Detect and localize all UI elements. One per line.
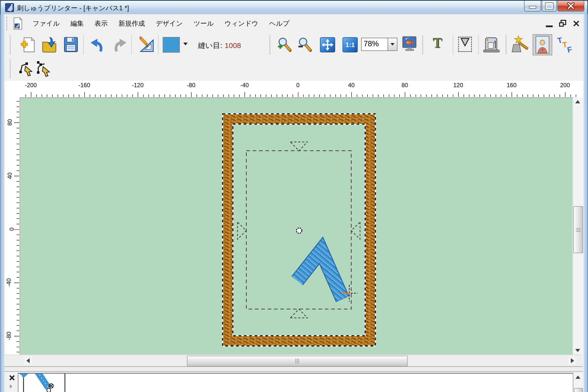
save-file-button[interactable]	[63, 37, 78, 52]
ruler-tick	[74, 94, 74, 97]
maximize-icon	[546, 3, 553, 9]
stitch-label: 縫い目:	[198, 42, 222, 50]
ruler-tick	[26, 94, 26, 97]
ruler-tick	[68, 94, 69, 97]
scroll-up-button[interactable]	[573, 98, 582, 105]
ruler-tick	[17, 245, 19, 246]
order-item-thumbnail[interactable]	[21, 374, 54, 392]
photo-stitch-button[interactable]	[533, 34, 552, 55]
zoom-out-button[interactable]	[297, 37, 313, 53]
horizontal-scroll-thumb[interactable]	[187, 356, 408, 366]
panel-vertical-scrollbar[interactable]	[573, 373, 583, 392]
ruler-tick	[271, 94, 272, 97]
panel-splitter[interactable]	[5, 366, 582, 372]
ruler-tick	[453, 94, 453, 97]
ruler-tick	[389, 94, 389, 97]
redo-button[interactable]	[113, 38, 127, 52]
zoom-combo[interactable]: 78%	[361, 38, 397, 51]
ruler-tick	[17, 213, 19, 214]
toolbar-grip[interactable]	[270, 36, 272, 54]
triangle-up-icon	[575, 376, 580, 379]
chevron-down-icon	[390, 43, 394, 46]
new-document-button[interactable]	[21, 37, 36, 53]
ruler-tick	[17, 149, 19, 150]
design-canvas[interactable]	[20, 98, 573, 354]
ruler-tick	[17, 165, 19, 166]
design-settings-button[interactable]	[138, 36, 154, 54]
menu-item-2[interactable]: 表示	[89, 16, 113, 31]
menubar-grip[interactable]	[6, 17, 9, 30]
toolbar-separator	[158, 35, 159, 54]
ruler-tick	[111, 94, 112, 97]
horizontal-ruler: -200-160-120-80-4004080120160200	[5, 81, 583, 98]
ruler-tick	[496, 94, 496, 97]
ruler-label: 120	[453, 82, 463, 89]
menu-item-4[interactable]: デザイン	[150, 16, 188, 31]
window-border-right	[583, 14, 588, 392]
scroll-right-button[interactable]	[568, 356, 577, 365]
sew-to-machine-button[interactable]	[483, 36, 500, 54]
image-import-button[interactable]	[401, 36, 418, 54]
point-insert-button[interactable]	[35, 61, 52, 77]
ruler-tick	[17, 304, 19, 304]
panel-close-button[interactable]	[8, 374, 16, 382]
maximize-button[interactable]	[542, 1, 557, 12]
panel-scroll-up-button[interactable]	[574, 374, 582, 380]
menu-item-1[interactable]: 編集	[65, 16, 89, 31]
ruler-tick	[362, 94, 363, 97]
menu-item-7[interactable]: ヘルプ	[264, 16, 295, 31]
point-edit-button[interactable]	[18, 61, 34, 77]
menu-item-5[interactable]: ツール	[188, 16, 219, 31]
minimize-icon	[529, 6, 536, 8]
ruler-tick	[522, 94, 523, 97]
toolbar-grip[interactable]	[506, 36, 508, 54]
thread-color-swatch[interactable]	[163, 37, 180, 53]
ruler-tick	[378, 94, 378, 97]
actual-size-button[interactable]: 1:1	[342, 37, 358, 52]
zoom-in-button[interactable]	[277, 37, 293, 53]
thread-color-dropdown-icon[interactable]	[183, 42, 188, 45]
menu-item-0[interactable]: ファイル	[27, 16, 65, 31]
panel-expand-button[interactable]	[10, 384, 13, 388]
portrait-icon	[535, 36, 549, 54]
ttf-font-button[interactable]: T T F	[556, 36, 575, 54]
toolbar-grip[interactable]	[10, 60, 13, 78]
ruler-tick	[437, 94, 437, 97]
app-icon[interactable]	[5, 3, 14, 12]
vertical-scroll-thumb[interactable]	[573, 206, 583, 253]
undo-button[interactable]	[90, 38, 104, 52]
wizard-button[interactable]	[510, 35, 530, 54]
ruler-tick	[431, 94, 432, 97]
menu-item-6[interactable]: ウィンドウ	[219, 16, 264, 31]
ruler-tick	[138, 92, 138, 97]
toolbar-grip[interactable]	[422, 36, 425, 54]
stitch-count-label: 縫い目:1008	[198, 41, 241, 51]
title-bar[interactable]: 刺しゅうプリンター - [キャンバス1 *]	[0, 0, 588, 14]
menu-item-3[interactable]: 新規作成	[113, 16, 150, 31]
mdi-window-controls	[546, 14, 580, 33]
scroll-left-button[interactable]	[24, 356, 32, 365]
toolbar-grip[interactable]	[10, 36, 13, 54]
ruler-tick	[576, 94, 576, 97]
panel-scroll-thumb[interactable]	[574, 388, 583, 392]
manual-punch-button[interactable]	[458, 37, 472, 52]
ruler-tick	[100, 94, 101, 97]
menu-bar: ファイル編集表示新規作成デザインツールウィンドウヘルプ	[5, 14, 583, 33]
close-button[interactable]	[557, 1, 584, 12]
ruler-tick	[330, 94, 330, 97]
mdi-restore-button[interactable]	[559, 20, 566, 27]
minimize-button[interactable]	[524, 1, 541, 12]
ruler-tick	[127, 94, 127, 97]
horizontal-scrollbar[interactable]	[5, 354, 582, 366]
ruler-tick	[17, 288, 19, 288]
letter-T-icon: T	[433, 35, 442, 50]
mdi-minimize-button[interactable]	[546, 26, 553, 27]
text-tool-button[interactable]: T	[433, 35, 442, 50]
ruler-tick	[47, 94, 47, 97]
fit-to-window-button[interactable]	[320, 37, 335, 52]
scroll-down-button[interactable]	[573, 347, 582, 354]
open-file-button[interactable]	[41, 37, 57, 53]
zoom-dropdown-button[interactable]	[388, 38, 397, 50]
ruler-tick	[17, 138, 19, 139]
mdi-close-button[interactable]	[573, 20, 580, 27]
